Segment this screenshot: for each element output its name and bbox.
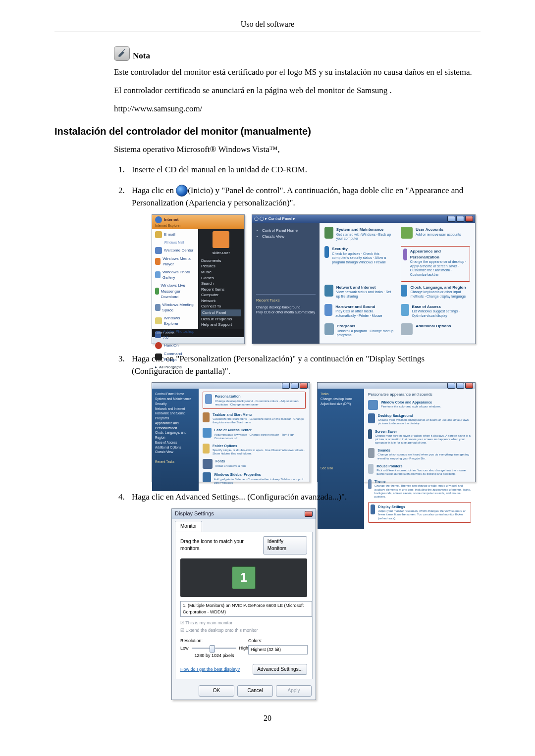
item-fonts[interactable]: FontsInstall or remove a font [203,459,306,469]
start-right-item[interactable]: Computer [201,292,241,298]
start-right-item[interactable]: Default Programs [201,316,241,322]
cat-appearance[interactable]: Appearance and PersonalizationChange the… [401,246,470,282]
cat-ease[interactable]: Ease of AccessLet Windows suggest settin… [401,304,470,320]
start-control-panel[interactable]: Control Panel [201,309,241,316]
sidebar-item[interactable]: Control Panel Home [155,392,196,397]
resolution-slider[interactable]: Low High [180,645,248,652]
p-item-background[interactable]: Desktop BackgroundChoose from available … [368,413,471,426]
close-button[interactable] [465,216,473,222]
sidebar-item[interactable]: System and Maintenance [155,397,196,402]
tab-monitor[interactable]: Monitor [175,521,202,532]
sidebar-item[interactable]: Additional Options [155,445,196,450]
cat-users[interactable]: User AccountsAdd or remove user accounts [401,227,470,243]
chk-main-monitor: ☑ This is my main monitor [180,620,307,626]
start-item[interactable]: E-mail [155,231,195,238]
sidebar-item[interactable]: Network and Internet [155,406,196,411]
apply-button[interactable]: Apply [276,685,312,697]
task-link[interactable]: Adjust font size (DPI) [321,402,361,406]
cancel-button[interactable]: Cancel [237,685,273,697]
monitor-preview[interactable]: 1 [180,558,307,597]
cp-sidebar: Control Panel Home Classic View Recent T… [252,223,320,344]
p-item-theme[interactable]: ThemeChange the theme. Themes can change… [368,479,471,499]
monitor-1-icon[interactable]: 1 [232,566,256,589]
start-item[interactable]: Windows Photo Gallery [155,269,195,281]
cat-additional[interactable]: Additional Options [401,323,470,340]
p-item-color[interactable]: Window Color and AppearanceFine tune the… [368,400,471,410]
start-right-item[interactable]: Music [201,269,241,275]
maximize-button[interactable] [291,383,299,389]
start-item[interactable]: HandOn [155,342,195,349]
help-link[interactable]: How do I get the best display? [180,666,240,673]
sidebar-item[interactable]: Security [155,402,196,406]
sidebar-item[interactable]: Appearance and Personalization [155,421,196,431]
start-item[interactable]: Windows Live Messenger Download [155,283,195,300]
cat-network[interactable]: Network and InternetView network status … [324,285,394,301]
appearance-window: Control Panel Home System and Maintenanc… [152,382,310,482]
cp-categories: System and MaintenanceGet started with W… [320,223,475,344]
start-right-item[interactable]: Pictures [201,263,241,269]
dialog-titlebar: Display Settings [172,509,316,519]
page-number: 20 [54,714,481,723]
ok-button[interactable]: OK [199,685,234,697]
p-item-sounds[interactable]: SoundsChange which sounds are heard when… [368,448,471,460]
cp-home-link[interactable]: Control Panel Home [262,228,316,234]
task-link[interactable]: Change desktop icons [321,397,361,402]
start-right-item[interactable]: Search [201,281,241,287]
close-button[interactable] [300,383,308,389]
item-personalization[interactable]: PersonalizationChange desktop background… [203,392,306,409]
start-item[interactable]: Windows Meeting Space [155,302,195,313]
sidebar-item[interactable]: Classic View [155,450,196,454]
item-taskbar[interactable]: Taskbar and Start MenuCustomize the Star… [203,412,306,425]
start-right-item[interactable]: Recent Items [201,287,241,293]
cat-hardware[interactable]: Hardware and SoundPlay CDs or other medi… [324,304,394,320]
p-item-mouse[interactable]: Mouse PointersPick a different mouse poi… [368,464,471,476]
item-sidebar-props[interactable]: Windows Sidebar PropertiesAdd gadgets to… [203,472,306,485]
sidebar-item[interactable]: Hardware and Sound [155,411,196,416]
maximize-button[interactable] [456,216,464,222]
colors-label: Colors: [248,638,308,644]
colors-select[interactable]: Highest (32 bit) [248,645,308,655]
close-button[interactable] [305,511,313,517]
start-right-column: sider-user Documents Pictures Music Game… [198,229,244,329]
p-item-display-settings[interactable]: Display SettingsAdjust your monitor reso… [368,502,471,523]
step-3: Haga clic en "Personalization (Personali… [127,353,476,482]
cat-programs[interactable]: ProgramsUninstall a program · Change sta… [324,323,394,340]
start-item[interactable]: Command Prompt [155,351,195,362]
start-item[interactable]: Windows Explorer [155,315,195,327]
chk-extend-desktop: ☑ Extend the desktop onto this monitor [180,627,307,634]
personalization-window: Tasks Change desktop icons Adjust font s… [317,382,476,482]
start-menu-window: Internet Internet Explorer E-mail Window… [152,214,245,344]
start-right-item[interactable]: Network [201,298,241,304]
step-2-text-a: Haga clic en [132,186,176,195]
cat-clock[interactable]: Clock, Language, and RegionChange keyboa… [401,285,470,301]
cat-security[interactable]: SecurityCheck for updates · Check this c… [324,246,394,282]
close-button[interactable] [465,383,473,389]
minimize-button[interactable] [447,383,455,389]
section-heading: Instalación del controlador del monitor … [54,126,481,137]
appearance-sidebar: Control Panel Home System and Maintenanc… [152,389,199,491]
start-right-item[interactable]: Help and Support [201,322,241,328]
step-1: Inserte el CD del manual en la unidad de… [127,164,476,176]
start-right-item[interactable]: Games [201,275,241,281]
start-right-item[interactable]: Documents [201,258,241,264]
identify-monitors-button[interactable]: Identify Monitors [263,536,307,554]
cat-system[interactable]: System and MaintenanceGet started with W… [324,227,394,243]
classic-view-link[interactable]: Classic View [262,234,316,240]
minimize-button[interactable] [282,383,290,389]
p-item-screensaver[interactable]: Screen SaverChange your screen saver or … [368,429,471,445]
item-folder[interactable]: Folder OptionsSpecify single- or double-… [203,444,306,456]
start-item[interactable]: Welcome Center [155,247,195,254]
sidebar-item[interactable]: Clock, Language, and Region [155,430,196,440]
sidebar-item[interactable]: Programs [155,416,196,421]
note-icon [114,46,130,61]
all-programs[interactable]: ▸ All Programs [155,364,195,370]
item-ease[interactable]: Ease of Access CenterAccommodate low vis… [203,428,306,440]
start-right-item[interactable]: Connect To [201,303,241,309]
maximize-button[interactable] [456,383,464,389]
sidebar-item[interactable]: Ease of Access [155,440,196,445]
control-panel-window: ◯ ◯ ▸ Control Panel ▸ C [252,214,476,344]
start-item[interactable]: Windows Media Player [155,256,195,267]
advanced-settings-button[interactable]: Advanced Settings... [253,664,307,675]
monitor-select[interactable]: 1. (Multiple Monitors) on NVIDIA GeForce… [180,601,312,617]
minimize-button[interactable] [447,216,455,222]
